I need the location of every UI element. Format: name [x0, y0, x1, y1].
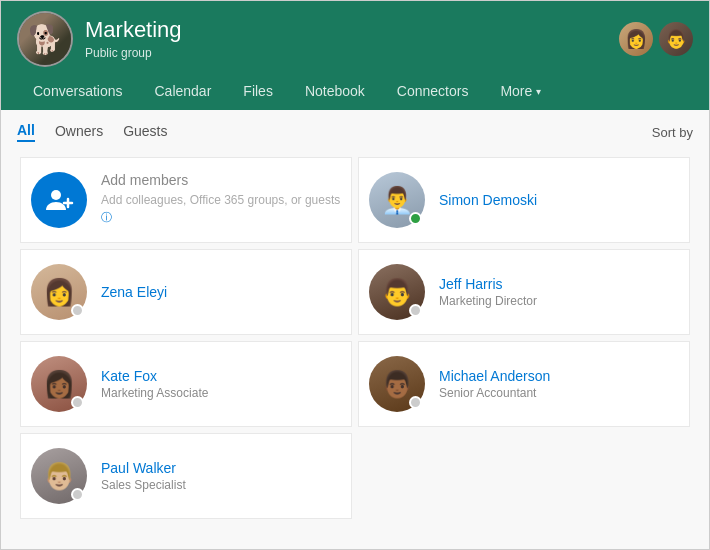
content-area: All Owners Guests Sort by Add members Ad…	[1, 110, 709, 550]
member-avatar-wrap-kate: 👩🏾	[31, 356, 87, 412]
status-offline-dot-kate	[71, 396, 84, 409]
filter-all[interactable]: All	[17, 122, 35, 142]
member-card-simon[interactable]: 👨‍💼 Simon Demoski	[358, 157, 690, 243]
member-role-paul: Sales Specialist	[101, 478, 341, 492]
add-members-card[interactable]: Add members Add colleagues, Office 365 g…	[20, 157, 352, 243]
info-icon[interactable]: ⓘ	[101, 211, 112, 223]
status-online-dot	[409, 212, 422, 225]
user-face-2: 👨	[659, 22, 693, 56]
tab-more[interactable]: More ▾	[484, 75, 557, 110]
member-avatar-wrap-jeff: 👨	[369, 264, 425, 320]
svg-point-0	[51, 190, 61, 200]
tab-conversations[interactable]: Conversations	[17, 75, 139, 110]
filter-owners[interactable]: Owners	[55, 123, 103, 141]
status-offline-dot-michael	[409, 396, 422, 409]
member-name-zena: Zena Eleyi	[101, 284, 341, 300]
member-avatar-wrap-michael: 👨🏾	[369, 356, 425, 412]
member-card-paul[interactable]: 👨🏼 Paul Walker Sales Specialist	[20, 433, 352, 519]
member-name-kate: Kate Fox	[101, 368, 341, 384]
add-members-title: Add members	[101, 172, 341, 188]
tab-notebook[interactable]: Notebook	[289, 75, 381, 110]
member-info-simon: Simon Demoski	[439, 192, 679, 208]
member-card-zena[interactable]: 👩 Zena Eleyi	[20, 249, 352, 335]
member-info-zena: Zena Eleyi	[101, 284, 341, 300]
chevron-down-icon: ▾	[536, 86, 541, 97]
member-info-kate: Kate Fox Marketing Associate	[101, 368, 341, 400]
member-avatar-wrap-zena: 👩	[31, 264, 87, 320]
status-offline-dot-zena	[71, 304, 84, 317]
empty-cell	[355, 430, 693, 522]
user-avatar-2[interactable]: 👨	[659, 22, 693, 56]
member-avatar-wrap-simon: 👨‍💼	[369, 172, 425, 228]
member-info-jeff: Jeff Harris Marketing Director	[439, 276, 679, 308]
member-role-jeff: Marketing Director	[439, 294, 679, 308]
add-person-icon	[44, 185, 74, 215]
sort-by-label: Sort by	[652, 125, 693, 140]
tab-files[interactable]: Files	[227, 75, 289, 110]
user-avatars: 👩 👨	[619, 22, 693, 56]
add-members-text: Add members Add colleagues, Office 365 g…	[101, 172, 341, 226]
member-name-simon: Simon Demoski	[439, 192, 679, 208]
status-offline-dot-paul	[71, 488, 84, 501]
header-left: Marketing Public group	[17, 11, 182, 67]
add-members-icon	[31, 172, 87, 228]
member-name-jeff: Jeff Harris	[439, 276, 679, 292]
status-offline-dot-jeff	[409, 304, 422, 317]
user-face-1: 👩	[619, 22, 653, 56]
member-info-paul: Paul Walker Sales Specialist	[101, 460, 341, 492]
nav-tabs: Conversations Calendar Files Notebook Co…	[17, 75, 693, 110]
member-card-michael[interactable]: 👨🏾 Michael Anderson Senior Accountant	[358, 341, 690, 427]
member-role-michael: Senior Accountant	[439, 386, 679, 400]
filter-tabs: All Owners Guests Sort by	[17, 122, 693, 142]
user-avatar-1[interactable]: 👩	[619, 22, 653, 56]
tab-connectors[interactable]: Connectors	[381, 75, 485, 110]
member-info-michael: Michael Anderson Senior Accountant	[439, 368, 679, 400]
header: Marketing Public group 👩 👨 Conversations…	[1, 1, 709, 110]
header-top: Marketing Public group 👩 👨	[17, 11, 693, 75]
group-title: Marketing Public group	[85, 17, 182, 61]
member-name-michael: Michael Anderson	[439, 368, 679, 384]
member-name-paul: Paul Walker	[101, 460, 341, 476]
member-avatar-wrap-paul: 👨🏼	[31, 448, 87, 504]
member-card-jeff[interactable]: 👨 Jeff Harris Marketing Director	[358, 249, 690, 335]
group-name: Marketing	[85, 17, 182, 43]
group-avatar-image	[19, 13, 71, 65]
member-role-kate: Marketing Associate	[101, 386, 341, 400]
tab-calendar[interactable]: Calendar	[139, 75, 228, 110]
group-avatar	[17, 11, 73, 67]
add-members-description: Add colleagues, Office 365 groups, or gu…	[101, 192, 341, 226]
member-card-kate[interactable]: 👩🏾 Kate Fox Marketing Associate	[20, 341, 352, 427]
group-type: Public group	[85, 46, 152, 60]
filter-guests[interactable]: Guests	[123, 123, 167, 141]
